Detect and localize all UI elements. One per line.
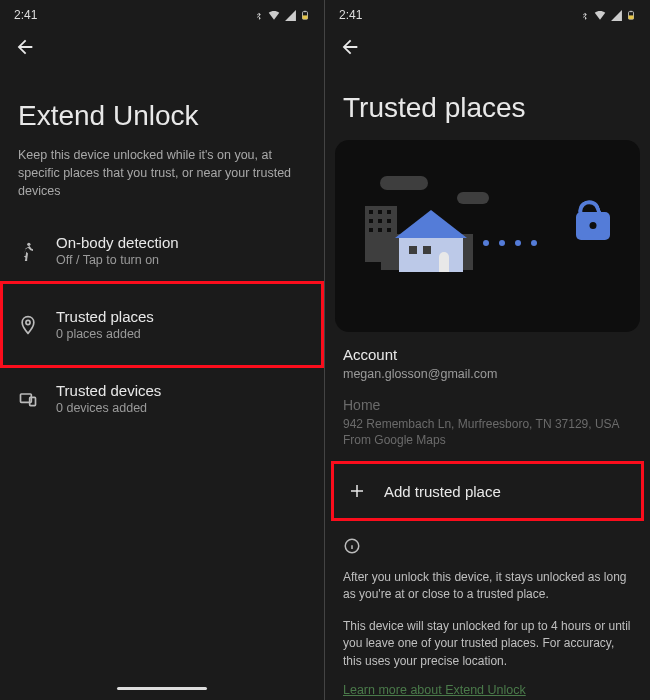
walk-icon: [18, 241, 38, 261]
hero-illustration: [335, 140, 640, 332]
page-title: Trusted places: [325, 72, 650, 138]
extend-unlock-screen: 2:41 Extend Unlock Keep this device unlo…: [0, 0, 325, 700]
page-title: Extend Unlock: [0, 72, 324, 146]
item-label: Trusted devices: [56, 382, 161, 399]
svg-rect-1: [303, 15, 308, 19]
learn-more-link[interactable]: Learn more about Extend Unlock: [325, 683, 544, 697]
nav-handle[interactable]: [117, 687, 207, 690]
item-label: On-body detection: [56, 234, 179, 251]
location-icon: [18, 315, 38, 335]
status-time: 2:41: [339, 8, 362, 22]
svg-rect-2: [304, 11, 307, 12]
trusted-devices-item[interactable]: Trusted devices 0 devices added: [0, 368, 324, 429]
status-icons: [253, 8, 310, 22]
back-button[interactable]: [325, 26, 650, 72]
status-bar: 2:41: [0, 0, 324, 26]
plus-icon: [348, 482, 366, 500]
arrow-back-icon: [14, 36, 36, 58]
svg-point-4: [26, 320, 30, 324]
item-sub: Off / Tap to turn on: [56, 253, 179, 267]
battery-icon: [626, 8, 636, 22]
bluetooth-icon: [579, 10, 590, 21]
unlock-icon: [576, 212, 610, 240]
info-text-2: This device will stay unlocked for up to…: [325, 614, 650, 680]
info-icon: [325, 529, 650, 565]
cloud-icon: [380, 176, 428, 190]
home-address: 942 Remembach Ln, Murfreesboro, TN 37129…: [325, 417, 650, 433]
status-icons: [579, 8, 636, 22]
item-sub: 0 devices added: [56, 401, 161, 415]
cloud-icon: [457, 192, 489, 204]
info-text-1: After you unlock this device, it stays u…: [325, 565, 650, 614]
add-trusted-place-button[interactable]: Add trusted place: [331, 461, 644, 521]
arrow-back-icon: [339, 36, 361, 58]
house-icon: [395, 210, 467, 272]
signal-icon: [284, 9, 297, 22]
on-body-detection-item[interactable]: On-body detection Off / Tap to turn on: [0, 220, 324, 281]
add-label: Add trusted place: [384, 483, 501, 500]
home-source: From Google Maps: [325, 433, 650, 449]
wifi-icon: [267, 8, 281, 22]
status-bar: 2:41: [325, 0, 650, 26]
wifi-icon: [593, 8, 607, 22]
account-email: megan.glosson@gmail.com: [325, 367, 650, 397]
home-label[interactable]: Home: [325, 397, 650, 417]
svg-rect-9: [630, 11, 633, 12]
battery-icon: [300, 8, 310, 22]
bluetooth-icon: [253, 10, 264, 21]
svg-rect-8: [629, 15, 634, 19]
signal-icon: [610, 9, 623, 22]
page-subtitle: Keep this device unlocked while it's on …: [0, 146, 324, 220]
item-label: Trusted places: [56, 308, 154, 325]
status-time: 2:41: [14, 8, 37, 22]
back-button[interactable]: [0, 26, 324, 72]
trusted-places-item[interactable]: Trusted places 0 places added: [0, 281, 324, 368]
devices-icon: [18, 389, 38, 409]
svg-point-3: [27, 243, 30, 246]
account-label: Account: [325, 346, 650, 367]
trusted-places-screen: 2:41 Trusted places Account meg: [325, 0, 650, 700]
connection-dots: [483, 240, 537, 246]
item-sub: 0 places added: [56, 327, 154, 341]
